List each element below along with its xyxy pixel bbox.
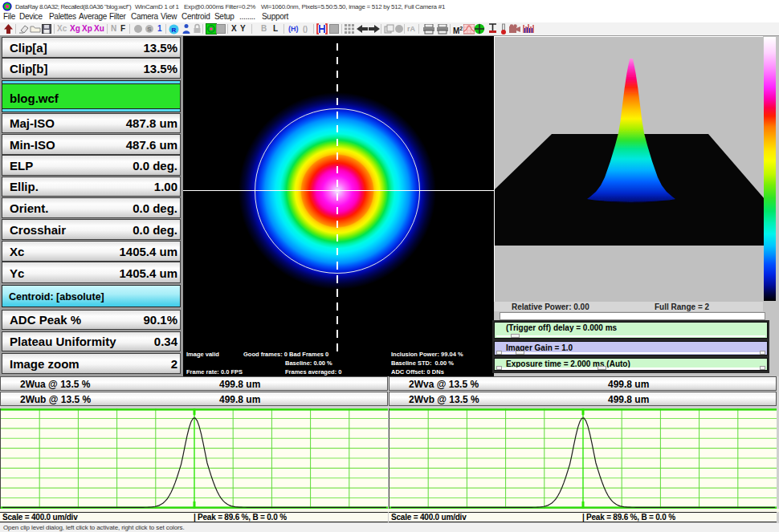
- svg-text:S: S: [147, 26, 152, 33]
- svg-text:R: R: [172, 26, 177, 34]
